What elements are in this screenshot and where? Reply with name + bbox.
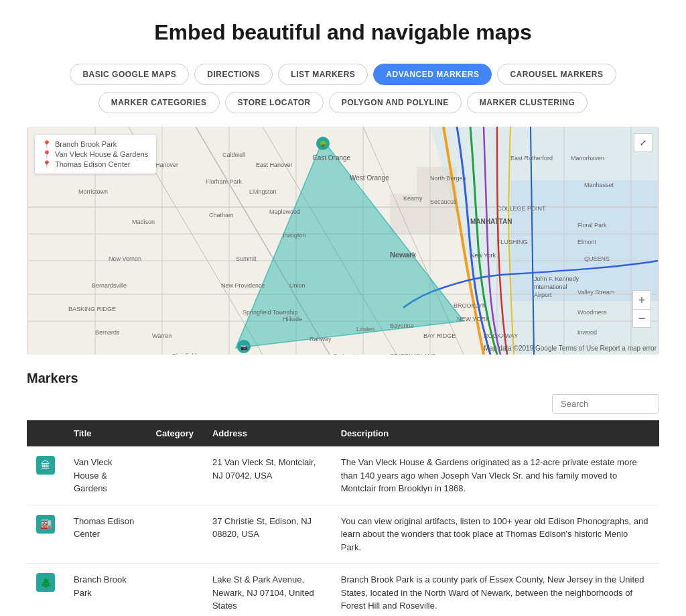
search-row — [27, 394, 659, 414]
table-header-row: Title Category Address Description — [27, 420, 659, 446]
marker-category — [147, 505, 203, 564]
pin-icon-2: 📍 — [43, 150, 51, 158]
svg-text:Manorhaven: Manorhaven — [571, 155, 604, 162]
svg-text:Elmont: Elmont — [577, 239, 597, 245]
svg-text:Livingston: Livingston — [249, 188, 277, 195]
marker-icon: 🏭 — [36, 515, 55, 534]
map-container: 📍 Branch Brook Park 📍 Van Vleck House & … — [27, 127, 659, 355]
svg-text:BASKING RIDGE: BASKING RIDGE — [68, 306, 116, 312]
markers-title: Markers — [27, 371, 659, 386]
svg-text:NEW YORK: NEW YORK — [457, 316, 490, 322]
svg-text:COLLEGE POINT: COLLEGE POINT — [497, 205, 546, 212]
marker-icon-cell: 🏛 — [27, 446, 64, 505]
marker-category — [147, 564, 203, 617]
marker-description: The Van Vleck House & Gardens originated… — [332, 446, 659, 505]
svg-text:Linden: Linden — [356, 326, 374, 332]
svg-text:FLUSHING: FLUSHING — [497, 239, 528, 245]
svg-text:Irvington: Irvington — [283, 232, 306, 239]
legend-item-1: 📍 Branch Brook Park — [43, 140, 148, 148]
svg-text:Rahway: Rahway — [310, 336, 332, 343]
tabs-row-1: BASIC GOOGLE MAPS DIRECTIONS LIST MARKER… — [27, 64, 659, 85]
map-zoom-controls: + − — [632, 290, 651, 328]
svg-text:New Providence: New Providence — [221, 282, 265, 289]
zoom-out-button[interactable]: − — [632, 309, 651, 328]
marker-description: You can view original artifacts, listen … — [332, 505, 659, 564]
svg-text:North Bergen: North Bergen — [430, 175, 466, 182]
svg-text:QUEENS: QUEENS — [584, 255, 610, 262]
search-input[interactable] — [552, 394, 659, 414]
svg-text:Valley Stream: Valley Stream — [577, 289, 614, 296]
svg-text:East Rutherford: East Rutherford — [510, 155, 553, 162]
svg-text:Springfield Township: Springfield Township — [243, 309, 297, 316]
tab-carousel-markers[interactable]: CAROUSEL MARKERS — [497, 64, 616, 85]
tabs-row-2: MARKER CATEGORIES STORE LOCATOR POLYGON … — [27, 92, 659, 113]
table-row: 🏛 Van Vleck House & Gardens 21 Van Vleck… — [27, 446, 659, 505]
zoom-in-button[interactable]: + — [632, 290, 651, 309]
marker-icon-cell: 🌲 — [27, 564, 64, 617]
svg-text:East Orange: East Orange — [313, 154, 351, 162]
svg-text:Hanover: Hanover — [155, 162, 178, 168]
svg-text:New York: New York — [470, 252, 496, 259]
tab-store-locator[interactable]: STORE LOCATOR — [225, 92, 324, 113]
markers-table: Title Category Address Description 🏛 Van… — [27, 420, 659, 616]
svg-text:Florham Park: Florham Park — [206, 178, 243, 185]
map-attribution: Map data ©2019 Google Terms of Use Repor… — [484, 345, 657, 352]
svg-text:ROCKAWAY: ROCKAWAY — [484, 332, 518, 339]
svg-text:MANHATTAN: MANHATTAN — [470, 218, 512, 225]
svg-text:New Vernon: New Vernon — [109, 255, 141, 262]
th-category: Category — [147, 420, 203, 446]
svg-text:📷: 📷 — [241, 343, 249, 351]
pin-icon-3: 📍 — [43, 160, 51, 168]
fullscreen-icon: ⤢ — [640, 138, 646, 147]
svg-text:Carteret: Carteret — [333, 353, 355, 355]
tab-directions[interactable]: DIRECTIONS — [194, 64, 273, 85]
marker-address: 37 Christie St, Edison, NJ 08820, USA — [203, 505, 332, 564]
svg-text:Chatham: Chatham — [209, 212, 234, 219]
table-row: 🏭 Thomas Edison Center 37 Christie St, E… — [27, 505, 659, 564]
marker-address: 21 Van Vleck St, Montclair, NJ 07042, US… — [203, 446, 332, 505]
th-title: Title — [64, 420, 147, 446]
svg-text:Inwood: Inwood — [577, 329, 597, 336]
svg-text:John F. Kennedy: John F. Kennedy — [534, 275, 579, 282]
marker-icon: 🌲 — [36, 573, 55, 592]
marker-icon-cell: 🏭 — [27, 505, 64, 564]
svg-text:Bernardsville: Bernardsville — [92, 282, 127, 289]
svg-text:🌳: 🌳 — [319, 140, 328, 149]
svg-text:Kearny: Kearny — [403, 195, 423, 202]
svg-text:Bayonne: Bayonne — [390, 322, 414, 329]
tab-marker-categories[interactable]: MARKER CATEGORIES — [98, 92, 220, 113]
svg-text:Union: Union — [289, 282, 305, 289]
svg-text:Bernards: Bernards — [95, 329, 120, 336]
svg-text:Manhasset: Manhasset — [584, 182, 614, 188]
markers-section: Markers Title Category Address Descripti… — [27, 371, 659, 616]
th-description: Description — [332, 420, 659, 446]
th-icon — [27, 420, 64, 446]
svg-text:West Orange: West Orange — [350, 174, 389, 182]
svg-text:Morristown: Morristown — [78, 188, 108, 195]
svg-text:East Hanover: East Hanover — [256, 162, 293, 168]
fullscreen-button[interactable]: ⤢ — [634, 133, 653, 152]
svg-text:Woodmere: Woodmere — [577, 309, 607, 316]
tab-list-markers[interactable]: LIST MARKERS — [278, 64, 368, 85]
svg-text:BAY RIDGE: BAY RIDGE — [423, 332, 456, 339]
svg-text:BROOKLYN: BROOKLYN — [454, 302, 486, 309]
marker-title: Branch Brook Park — [64, 564, 147, 617]
tab-advanced-markers[interactable]: ADVANCED MARKERS — [373, 64, 492, 85]
marker-category — [147, 446, 203, 505]
legend-item-3: 📍 Thomas Edison Center — [43, 160, 148, 168]
table-row: 🌲 Branch Brook Park Lake St & Park Avenu… — [27, 564, 659, 617]
svg-text:Newark: Newark — [390, 251, 417, 259]
legend-item-2: 📍 Van Vleck House & Gardens — [43, 150, 148, 158]
tab-polygon-polyline[interactable]: POLYGON AND POLYLINE — [329, 92, 462, 113]
marker-description: Branch Brook Park is a county park of Es… — [332, 564, 659, 617]
svg-text:Summit: Summit — [236, 255, 257, 262]
tab-marker-clustering[interactable]: MARKER CLUSTERING — [467, 92, 588, 113]
marker-address: Lake St & Park Avenue, Newark, NJ 07104,… — [203, 564, 332, 617]
svg-text:Airport: Airport — [534, 292, 552, 298]
svg-text:Warren: Warren — [152, 332, 172, 339]
tab-basic-google-maps[interactable]: BASIC GOOGLE MAPS — [70, 64, 189, 85]
svg-text:Maplewood: Maplewood — [269, 208, 300, 215]
svg-text:International: International — [534, 284, 567, 290]
svg-text:Floral Park: Floral Park — [577, 222, 607, 229]
marker-title: Van Vleck House & Gardens — [64, 446, 147, 505]
